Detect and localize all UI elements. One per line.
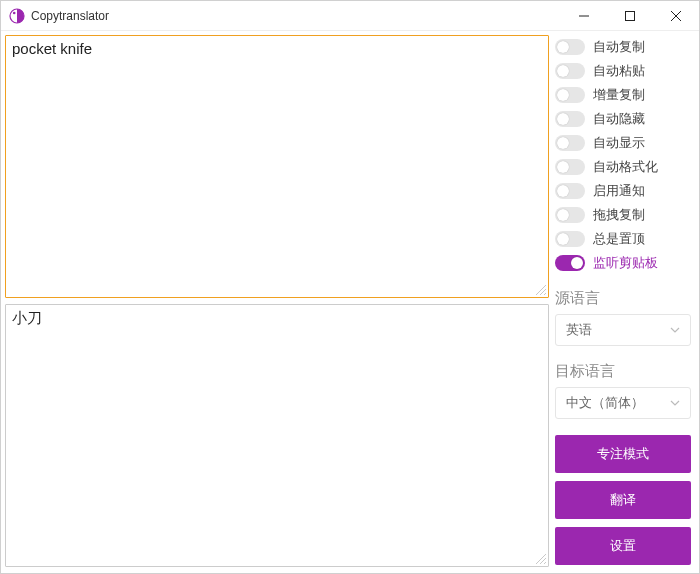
toggle-knob — [557, 89, 569, 101]
toggle-switch[interactable] — [555, 159, 585, 175]
toggle-switch[interactable] — [555, 135, 585, 151]
main-area — [1, 31, 551, 573]
toggle-knob — [557, 137, 569, 149]
toggle-switch[interactable] — [555, 183, 585, 199]
toggle-row: 自动格式化 — [555, 157, 691, 177]
toggle-knob — [557, 233, 569, 245]
toggle-row: 自动隐藏 — [555, 109, 691, 129]
toggle-switch[interactable] — [555, 207, 585, 223]
source-textarea[interactable] — [6, 36, 548, 297]
target-lang-title: 目标语言 — [555, 362, 691, 381]
chevron-down-icon — [670, 323, 680, 338]
svg-point-1 — [13, 11, 16, 14]
sidebar: 自动复制自动粘贴增量复制自动隐藏自动显示自动格式化启用通知拖拽复制总是置顶监听剪… — [551, 31, 699, 573]
toggle-knob — [557, 41, 569, 53]
toggle-label: 拖拽复制 — [593, 206, 645, 224]
toggle-knob — [557, 185, 569, 197]
app-title: Copytranslator — [31, 9, 109, 23]
toggle-row: 启用通知 — [555, 181, 691, 201]
toggle-label: 自动复制 — [593, 38, 645, 56]
close-icon — [671, 11, 681, 21]
target-pane — [5, 304, 549, 567]
target-lang-select[interactable]: 中文（简体） — [555, 387, 691, 419]
toggle-knob — [557, 65, 569, 77]
toggle-label: 监听剪贴板 — [593, 254, 658, 272]
toggle-switch[interactable] — [555, 231, 585, 247]
source-lang-value: 英语 — [566, 321, 592, 339]
toggle-switch[interactable] — [555, 255, 585, 271]
minimize-icon — [579, 11, 589, 21]
source-lang-title: 源语言 — [555, 289, 691, 308]
toggle-label: 自动粘贴 — [593, 62, 645, 80]
target-lang-value: 中文（简体） — [566, 394, 644, 412]
source-lang-select[interactable]: 英语 — [555, 314, 691, 346]
maximize-icon — [625, 11, 635, 21]
source-pane — [5, 35, 549, 298]
app-window: Copytranslator — [0, 0, 700, 574]
settings-button[interactable]: 设置 — [555, 527, 691, 565]
translate-button[interactable]: 翻译 — [555, 481, 691, 519]
toggle-knob — [557, 161, 569, 173]
focus-mode-button[interactable]: 专注模式 — [555, 435, 691, 473]
toggle-row: 增量复制 — [555, 85, 691, 105]
toggle-label: 自动显示 — [593, 134, 645, 152]
toggle-row: 拖拽复制 — [555, 205, 691, 225]
toggle-label: 启用通知 — [593, 182, 645, 200]
titlebar: Copytranslator — [1, 1, 699, 31]
toggle-label: 自动格式化 — [593, 158, 658, 176]
toggle-row: 自动复制 — [555, 37, 691, 57]
toggle-switch[interactable] — [555, 111, 585, 127]
toggle-row: 自动显示 — [555, 133, 691, 153]
chevron-down-icon — [670, 396, 680, 411]
toggle-label: 总是置顶 — [593, 230, 645, 248]
toggle-row: 自动粘贴 — [555, 61, 691, 81]
app-icon — [9, 8, 25, 24]
buttons-group: 专注模式 翻译 设置 — [555, 435, 691, 565]
toggle-switch[interactable] — [555, 39, 585, 55]
toggle-switch[interactable] — [555, 63, 585, 79]
svg-rect-2 — [626, 11, 635, 20]
toggles-list: 自动复制自动粘贴增量复制自动隐藏自动显示自动格式化启用通知拖拽复制总是置顶监听剪… — [555, 37, 691, 273]
toggle-knob — [557, 209, 569, 221]
target-textarea[interactable] — [6, 305, 548, 566]
minimize-button[interactable] — [561, 1, 607, 31]
toggle-label: 增量复制 — [593, 86, 645, 104]
toggle-switch[interactable] — [555, 87, 585, 103]
app-body: 自动复制自动粘贴增量复制自动隐藏自动显示自动格式化启用通知拖拽复制总是置顶监听剪… — [1, 31, 699, 573]
maximize-button[interactable] — [607, 1, 653, 31]
toggle-row: 总是置顶 — [555, 229, 691, 249]
toggle-row: 监听剪贴板 — [555, 253, 691, 273]
toggle-knob — [571, 257, 583, 269]
toggle-knob — [557, 113, 569, 125]
toggle-label: 自动隐藏 — [593, 110, 645, 128]
close-button[interactable] — [653, 1, 699, 31]
